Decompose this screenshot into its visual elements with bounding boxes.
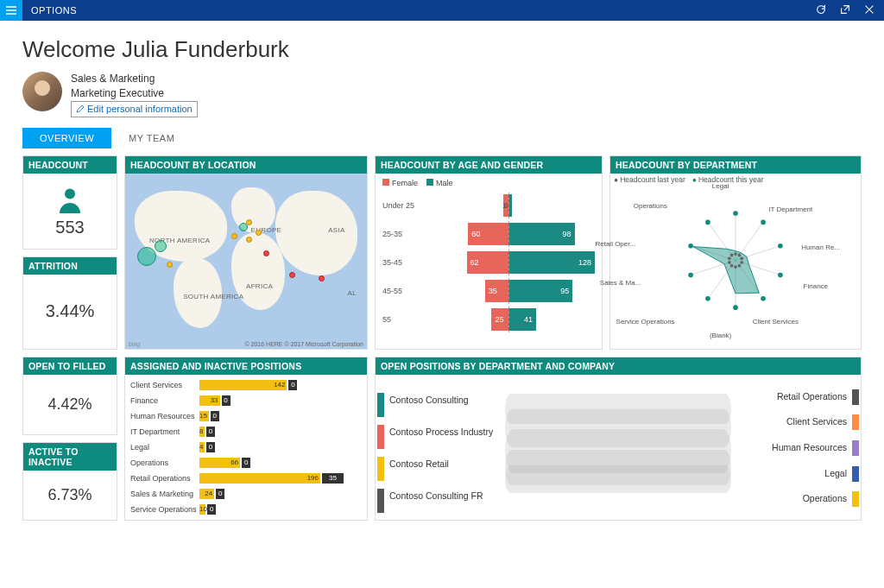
map-dot: [263, 250, 269, 256]
bar-inactive: 0: [222, 395, 230, 406]
radar-axis-label: Finance: [804, 282, 828, 290]
legend-male: Male: [436, 179, 453, 187]
svg-point-18: [705, 296, 710, 301]
page-title: Welcome Julia Funderburk: [22, 36, 862, 63]
map-label-as: ASIA: [328, 226, 344, 234]
bar-inactive: 0: [206, 442, 215, 452]
bar-assigned: 33: [199, 395, 220, 406]
map-dot: [231, 233, 237, 239]
otf-title: OPEN TO FILLED: [23, 357, 117, 375]
bar-assigned: 8: [199, 427, 205, 437]
sankey-target: Human Resources: [731, 440, 852, 454]
radar-axis-label: Operations: [634, 202, 667, 210]
agegender-row-label: 25-35: [382, 230, 422, 238]
bar-female: 60: [468, 223, 508, 245]
assigned-row-label: IT Department: [130, 427, 199, 436]
sankey-target: Client Services: [731, 414, 852, 428]
sankey-target: Operations: [731, 491, 852, 505]
hamburger-menu[interactable]: [0, 0, 22, 21]
appbar-title: OPTIONS: [31, 5, 77, 16]
assigned-row-label: Legal: [130, 443, 199, 452]
sankey-target: Retail Operations: [731, 389, 852, 403]
bar-inactive: 0: [206, 427, 215, 437]
svg-point-20: [688, 243, 693, 249]
agegender-row: 552541: [382, 307, 595, 332]
sankey-source: Contoso Process Industry: [384, 425, 505, 439]
card-dept-radar: HEADCOUNT BY DEPARTMENT Headcount last y…: [609, 155, 862, 350]
svg-point-31: [730, 254, 734, 257]
map-dot: [246, 219, 252, 225]
svg-point-26: [738, 264, 742, 268]
svg-point-25: [740, 261, 743, 264]
card-map: HEADCOUNT BY LOCATION NORTH AMERICA SOUT…: [124, 155, 368, 350]
map-label-sa: SOUTH AMERICA: [183, 293, 243, 300]
assigned-row-label: Service Operations: [130, 505, 199, 514]
kpi-open-to-filled: OPEN TO FILLED 4.42%: [22, 357, 117, 435]
map-copyright: © 2016 HERE © 2017 Microsoft Corporation: [244, 341, 363, 347]
map-dot: [289, 272, 295, 278]
bar-assigned: 4: [199, 442, 205, 452]
sankey-source: Contoso Consulting: [384, 393, 505, 407]
map-dot: [167, 262, 173, 268]
agegender-row: Under 2514: [382, 193, 595, 218]
svg-point-13: [761, 220, 766, 225]
refresh-icon[interactable]: [815, 3, 827, 17]
profile-block: Sales & Marketing Marketing Executive Ed…: [22, 72, 862, 117]
radar-axis-label: Human Re...: [801, 243, 840, 251]
radar-axis-label: Retail Oper...: [595, 240, 635, 248]
bar-assigned: 10: [199, 504, 205, 515]
edit-personal-label: Edit personal information: [87, 103, 193, 116]
bar-male: 41: [508, 308, 536, 331]
bar-female: 35: [485, 280, 508, 302]
radar-axis-label: Sales & Ma...: [600, 279, 641, 287]
sankey-flow: [505, 383, 731, 511]
assigned-row: Legal40: [130, 440, 362, 454]
svg-point-12: [733, 211, 738, 216]
kpi-attrition-title: ATTRITION: [23, 257, 117, 275]
bar-assigned: 196: [199, 473, 320, 484]
bar-male: 128: [508, 251, 595, 274]
popout-icon[interactable]: [839, 3, 851, 17]
agegender-row-label: Under 25: [382, 201, 422, 210]
tab-myteam[interactable]: MY TEAM: [111, 128, 192, 149]
svg-point-28: [730, 264, 734, 268]
agegender-title: HEADCOUNT BY AGE AND GENDER: [376, 156, 602, 174]
legend-female: Female: [392, 179, 418, 187]
pencil-icon: [76, 104, 85, 113]
bar-male: 98: [508, 223, 575, 245]
ati-value: 6.73%: [47, 486, 92, 504]
svg-point-21: [705, 220, 710, 225]
assigned-row: Finance330: [130, 394, 362, 408]
kpi-headcount: HEADCOUNT 553: [22, 155, 117, 250]
profile-role: Marketing Executive: [71, 86, 198, 101]
radar-axis-label: Service Operations: [616, 318, 675, 326]
svg-point-29: [728, 261, 731, 264]
tab-overview[interactable]: OVERVIEW: [22, 128, 111, 149]
bar-inactive: 0: [288, 380, 297, 390]
bar-assigned: 142: [199, 380, 287, 390]
edit-personal-button[interactable]: Edit personal information: [71, 101, 198, 117]
close-icon[interactable]: [863, 3, 875, 17]
svg-point-15: [778, 273, 783, 278]
dept-title: HEADCOUNT BY DEPARTMENT: [610, 156, 861, 174]
agegender-row-label: 45-55: [382, 287, 422, 295]
svg-point-24: [740, 256, 743, 260]
card-sankey: OPEN POSITIONS BY DEPARTMENT AND COMPANY…: [375, 357, 862, 521]
ati-title: ACTIVE TO INACTIVE: [23, 443, 117, 471]
svg-point-27: [734, 265, 737, 269]
app-bar: OPTIONS: [0, 0, 884, 21]
svg-point-23: [738, 254, 742, 257]
map-label-al: AL: [348, 289, 357, 297]
sankey-target: Legal: [731, 466, 852, 480]
radar-axis-label: IT Department: [768, 205, 812, 213]
svg-point-30: [728, 256, 731, 260]
bar-assigned: 24: [199, 489, 214, 499]
legend-last-year: Headcount last year: [614, 175, 685, 184]
svg-point-14: [778, 243, 783, 249]
otf-value: 4.42%: [47, 395, 92, 414]
kpi-headcount-title: HEADCOUNT: [23, 156, 117, 174]
bar-inactive: 0: [242, 458, 250, 468]
assigned-row-label: Client Services: [130, 381, 199, 389]
map-canvas[interactable]: NORTH AMERICA SOUTH AMERICA EUROPE AFRIC…: [125, 174, 367, 349]
map-dot: [155, 240, 167, 252]
